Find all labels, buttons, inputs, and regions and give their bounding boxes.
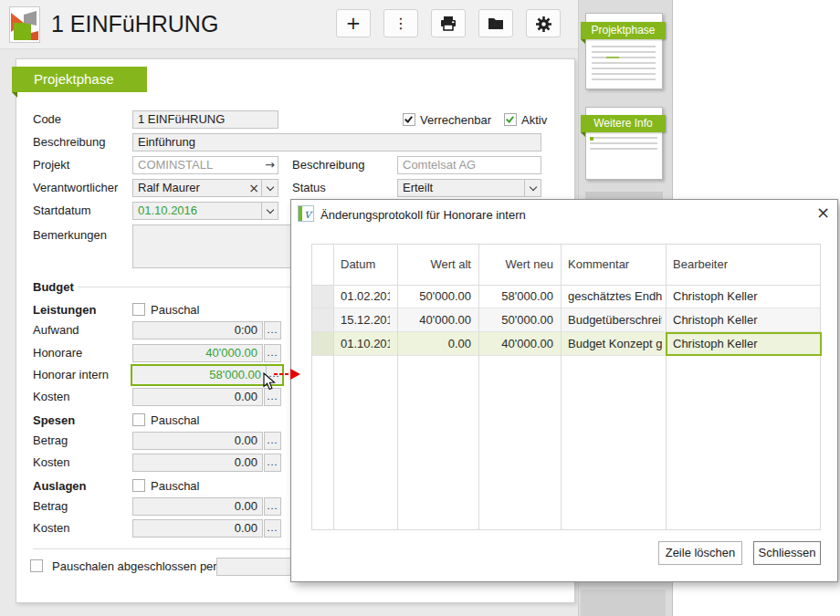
print-button[interactable]: [431, 9, 466, 37]
honorare-label: Honorare: [33, 344, 82, 362]
dialog-title: Änderungsprotokoll für Honorare intern: [320, 208, 526, 222]
cell-wert-neu[interactable]: 40'000.00: [478, 332, 553, 355]
column-header-bearbeiter[interactable]: Bearbeiter: [673, 245, 814, 285]
settings-button[interactable]: [526, 9, 561, 37]
projekt-beschreibung-label: Beschreibung: [292, 156, 365, 174]
column-divider: [561, 245, 562, 529]
status-dropdown-button[interactable]: [525, 180, 541, 196]
cell-bearbeiter[interactable]: Christoph Keller: [673, 332, 814, 355]
kosten-leistungen-field[interactable]: 0.00: [132, 388, 263, 406]
thumbnail-partial-top[interactable]: [585, 192, 663, 199]
leistungen-label: Leistungen: [33, 301, 96, 319]
cell-wert-neu[interactable]: 58'000.00: [478, 285, 553, 308]
header-bar: 1 EINFüHRUNG + ⋮: [0, 0, 578, 49]
spesen-pauschal-label: Pauschal: [151, 413, 199, 427]
honorare-more-button[interactable]: ...: [264, 344, 281, 362]
cell-wert-neu[interactable]: 50'000.00: [478, 308, 553, 331]
status-field[interactable]: Erteilt: [397, 179, 541, 197]
tab-projektphase: Projektphase: [12, 67, 147, 92]
startdatum-field[interactable]: 01.10.2016: [132, 202, 278, 220]
close-button[interactable]: Schliessen: [753, 541, 821, 565]
kosten-leistungen-label: Kosten: [33, 388, 69, 406]
printer-icon: [440, 16, 457, 31]
gear-icon: [536, 16, 551, 32]
leistungen-pauschal-checkbox[interactable]: [132, 303, 145, 316]
cell-bearbeiter[interactable]: Christoph Keller: [673, 285, 814, 308]
spesen-pauschal-checkbox[interactable]: [132, 413, 145, 426]
thumbnail-projektphase-content: [592, 46, 656, 84]
pauschalen-abgeschlossen-checkbox[interactable]: [30, 559, 43, 572]
cell-wert-alt[interactable]: 0.00: [397, 332, 471, 355]
dialog-close-icon[interactable]: ×: [816, 204, 830, 221]
budget-section-title: Budget: [33, 278, 74, 297]
honorare-field[interactable]: 40'000.00: [132, 344, 263, 362]
cell-wert-alt[interactable]: 50'000.00: [397, 285, 471, 308]
betrag-spesen-field[interactable]: 0.00: [132, 432, 263, 450]
row-selector[interactable]: [312, 308, 333, 331]
column-divider: [666, 245, 667, 529]
verrechenbar-checkbox[interactable]: [403, 113, 415, 126]
thumbnail-fold-decoration: [581, 39, 585, 44]
cell-kommentar[interactable]: Budgetüberschreitu...: [568, 308, 662, 331]
betrag-auslagen-field[interactable]: 0.00: [132, 497, 263, 516]
kosten-auslagen-more-button[interactable]: ...: [264, 519, 281, 538]
column-header-kommentar[interactable]: Kommentar: [568, 245, 658, 285]
betrag-spesen-more-button[interactable]: ...: [264, 432, 281, 450]
auslagen-label: Auslagen: [33, 477, 87, 496]
clear-icon[interactable]: ×: [247, 180, 261, 196]
cell-datum[interactable]: 01.10.2016: [341, 332, 390, 355]
cell-kommentar[interactable]: Budget Konzept ge...: [568, 332, 662, 355]
change-log-table: Datum Wert alt Wert neu Kommentar Bearbe…: [311, 244, 821, 530]
kosten-auslagen-field[interactable]: 0.00: [132, 519, 263, 538]
cell-bearbeiter[interactable]: Christoph Keller: [673, 308, 814, 331]
verantwortlicher-field[interactable]: Ralf Maurer ×: [132, 179, 278, 197]
verrechenbar-label: Verrechenbar: [420, 113, 491, 127]
red-annotation-arrow: [274, 367, 301, 381]
ribbon-fold-decoration: [12, 92, 17, 98]
aenderungsprotokoll-dialog: v Änderungsprotokoll für Honorare intern…: [290, 199, 838, 582]
row-selector[interactable]: [312, 332, 333, 355]
startdatum-dropdown-button[interactable]: [262, 203, 278, 219]
code-label: Code: [33, 110, 61, 129]
thumbnail-label-projektphase[interactable]: Projektphase: [581, 22, 666, 39]
add-button[interactable]: +: [336, 9, 371, 37]
thumbnail-partial-bottom[interactable]: [581, 590, 666, 616]
aktiv-checkbox[interactable]: [504, 113, 517, 126]
cell-datum[interactable]: 15.12.2016: [341, 308, 390, 331]
mouse-cursor-icon: [263, 372, 276, 391]
auslagen-pauschal-checkbox[interactable]: [132, 479, 145, 492]
open-reference-icon[interactable]: →: [262, 157, 278, 173]
code-field[interactable]: 1 EINFüHRUNG: [132, 110, 278, 129]
kosten-leistungen-more-button[interactable]: ...: [264, 388, 281, 406]
cell-wert-alt[interactable]: 40'000.00: [397, 308, 471, 331]
spesen-label: Spesen: [33, 412, 75, 430]
kosten-spesen-field[interactable]: 0.00: [132, 454, 263, 472]
betrag-spesen-label: Betrag: [33, 432, 68, 450]
beschreibung-label: Beschreibung: [33, 133, 106, 151]
startdatum-label: Startdatum: [33, 202, 91, 220]
betrag-auslagen-more-button[interactable]: ...: [264, 497, 281, 516]
row-selector[interactable]: [312, 285, 333, 308]
projekt-label: Projekt: [33, 156, 69, 174]
projekt-field[interactable]: COMINSTALL →: [132, 156, 278, 174]
column-header-datum[interactable]: Datum: [341, 245, 390, 285]
verantwortlicher-dropdown-button[interactable]: [262, 180, 278, 196]
aktiv-label: Aktiv: [521, 113, 547, 127]
cell-kommentar[interactable]: geschätztes Endhon...: [568, 285, 662, 308]
aufwand-more-button[interactable]: ...: [264, 321, 281, 339]
status-label: Status: [292, 179, 326, 197]
folder-button[interactable]: [478, 9, 513, 37]
verantwortlicher-label: Verantwortlicher: [33, 179, 118, 197]
beschreibung-field[interactable]: Einführung: [132, 133, 541, 151]
more-menu-button[interactable]: ⋮: [383, 9, 418, 37]
aufwand-field[interactable]: 0:00: [132, 321, 263, 339]
column-header-wert-neu[interactable]: Wert neu: [478, 245, 553, 285]
delete-row-button[interactable]: Zeile löschen: [658, 541, 742, 565]
cell-datum[interactable]: 01.02.2017: [341, 285, 390, 308]
projekt-beschreibung-field[interactable]: Comtelsat AG: [397, 156, 541, 174]
column-header-wert-alt[interactable]: Wert alt: [397, 245, 471, 285]
honorar-intern-field-selected[interactable]: 58'000.00 ...: [131, 364, 284, 386]
kosten-spesen-more-button[interactable]: ...: [264, 454, 281, 472]
betrag-auslagen-label: Betrag: [33, 497, 68, 516]
thumbnail-label-weitere-info[interactable]: Weitere Info: [581, 115, 666, 132]
